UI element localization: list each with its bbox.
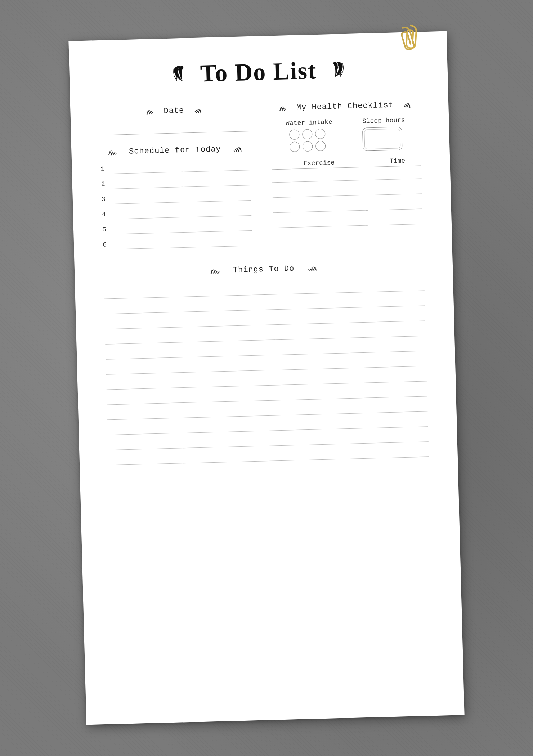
things-section-header: Things To Do — [103, 261, 424, 278]
health-laurel-right-icon — [397, 101, 412, 109]
schedule-laurel-left-icon — [107, 148, 126, 156]
health-label: My Health Checklist — [296, 101, 394, 112]
schedule-line-4 — [115, 206, 252, 219]
health-section-header: My Health Checklist — [270, 100, 420, 113]
title-area: To Do List — [98, 54, 419, 90]
schedule-num-2: 2 — [101, 180, 108, 188]
time-field-3 — [375, 199, 422, 210]
exercise-field-4 — [273, 215, 368, 228]
schedule-item-4: 4 — [102, 206, 252, 220]
schedule-num-4: 4 — [102, 211, 109, 218]
exercise-row-1 — [272, 169, 422, 183]
date-label: Date — [164, 106, 184, 116]
exercise-time-header: Exercise Time — [272, 157, 421, 170]
date-section-header: Date — [99, 104, 249, 117]
date-laurel-left-icon — [145, 108, 160, 115]
sleep-box — [362, 127, 403, 151]
sleep-label: Sleep hours — [362, 117, 405, 125]
water-circle-1 — [289, 129, 300, 140]
schedule-item-2: 2 — [101, 175, 251, 189]
exercise-row-3 — [273, 199, 422, 213]
water-circle-5 — [303, 141, 313, 152]
water-circle-2 — [302, 129, 313, 139]
schedule-num-6: 6 — [103, 241, 110, 248]
left-leaf-icon — [171, 63, 193, 85]
water-label: Water intake — [286, 118, 332, 127]
right-column: My Health Checklist Water intake Sleep h… — [270, 100, 424, 251]
water-circle-4 — [290, 141, 300, 152]
time-field-4 — [375, 214, 423, 225]
things-laurel-left-icon — [210, 267, 230, 274]
things-label: Things To Do — [233, 264, 295, 275]
paper-document: To Do List — [68, 31, 464, 725]
schedule-line-2 — [113, 175, 251, 189]
water-circle-6 — [315, 141, 326, 151]
schedule-num-1: 1 — [100, 165, 108, 173]
time-col-label: Time — [373, 157, 421, 167]
left-column: Date — [99, 104, 252, 255]
water-sleep-row — [271, 126, 421, 154]
schedule-line-6 — [115, 236, 252, 249]
schedule-section: Schedule for Today 1 — [100, 144, 252, 250]
schedule-item-3: 3 — [101, 190, 251, 204]
water-circles-grid — [289, 129, 327, 152]
water-sleep-header: Water intake Sleep hours — [270, 116, 420, 127]
schedule-item-5: 5 — [102, 221, 252, 235]
things-laurel-right-icon — [298, 265, 318, 272]
date-input-line — [99, 121, 249, 135]
schedule-line-1 — [113, 160, 250, 174]
time-field-2 — [374, 184, 422, 195]
exercise-row-2 — [272, 184, 422, 198]
page-title: To Do List — [200, 56, 317, 87]
right-leaf-icon — [324, 59, 346, 81]
schedule-line-3 — [114, 190, 251, 204]
schedule-item-1: 1 — [100, 160, 250, 174]
schedule-num-5: 5 — [102, 226, 110, 233]
schedule-item-6: 6 — [103, 236, 252, 250]
exercise-row-4 — [273, 214, 423, 228]
water-circles-container — [289, 129, 327, 152]
things-to-do-section: Things To Do — [103, 261, 429, 465]
exercise-field-2 — [272, 185, 367, 198]
schedule-laurel-right-icon — [224, 145, 243, 153]
schedule-header: Schedule for Today — [100, 144, 250, 157]
water-circle-3 — [315, 129, 326, 139]
todo-lines-container — [104, 277, 429, 465]
exercise-col-label: Exercise — [272, 158, 367, 170]
paperclip-decoration — [389, 23, 425, 53]
schedule-line-5 — [115, 221, 252, 234]
top-two-col: Date — [99, 100, 423, 255]
exercise-field-1 — [272, 170, 367, 183]
date-laurel-right-icon — [188, 107, 202, 114]
schedule-num-3: 3 — [102, 195, 109, 203]
exercise-field-3 — [273, 200, 368, 213]
schedule-label: Schedule for Today — [129, 145, 221, 156]
time-field-1 — [374, 169, 421, 180]
health-laurel-left-icon — [278, 104, 293, 112]
